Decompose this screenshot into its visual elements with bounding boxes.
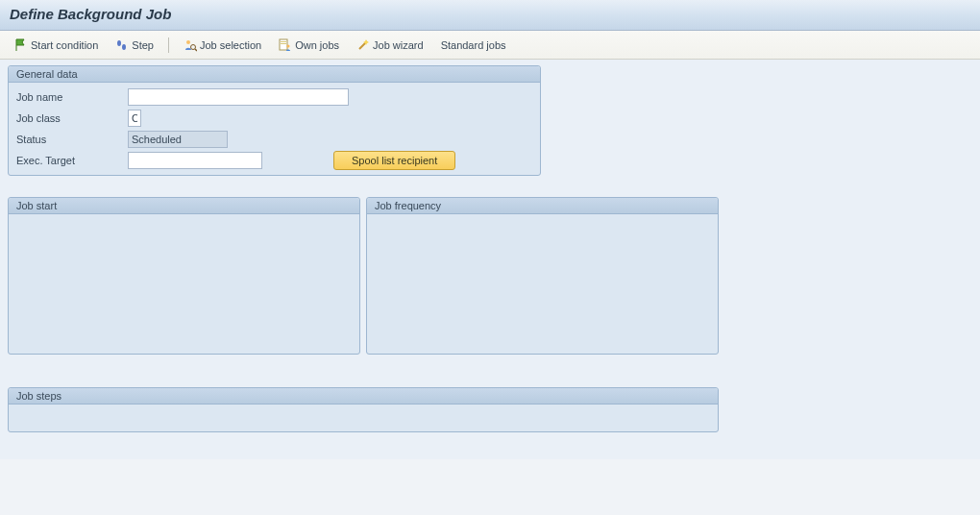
- job-selection-button[interactable]: Job selection: [177, 35, 268, 56]
- standard-jobs-button[interactable]: Standard jobs: [434, 35, 513, 56]
- person-search-icon: [184, 38, 197, 52]
- general-data-group: General data Job name Job class Status S…: [8, 65, 541, 176]
- page-title: Define Background Job: [10, 6, 970, 22]
- status-value: Scheduled: [128, 131, 228, 148]
- job-selection-label: Job selection: [200, 39, 261, 51]
- separator: [168, 37, 169, 53]
- own-jobs-label: Own jobs: [295, 39, 339, 51]
- step-button[interactable]: Step: [109, 35, 160, 56]
- job-start-title: Job start: [9, 198, 359, 214]
- job-name-input[interactable]: [128, 88, 349, 106]
- svg-point-1: [122, 44, 126, 50]
- svg-line-4: [195, 49, 197, 51]
- footprints-icon: [115, 38, 129, 52]
- step-label: Step: [132, 39, 154, 51]
- job-steps-title: Job steps: [9, 388, 718, 405]
- start-condition-label: Start condition: [31, 39, 98, 51]
- job-wizard-label: Job wizard: [373, 39, 424, 51]
- exec-target-label: Exec. Target: [14, 155, 128, 166]
- start-condition-button[interactable]: Start condition: [8, 35, 105, 56]
- job-start-group: Job start: [8, 197, 360, 355]
- svg-rect-5: [280, 39, 287, 50]
- svg-point-2: [186, 40, 190, 44]
- job-class-label: Job class: [14, 112, 128, 124]
- job-frequency-group: Job frequency: [366, 197, 719, 355]
- own-jobs-button[interactable]: Own jobs: [272, 35, 346, 56]
- toolbar: Start condition Step Job selection Own j…: [0, 31, 980, 60]
- document-person-icon: [279, 38, 292, 52]
- status-label: Status: [14, 134, 128, 145]
- exec-target-input[interactable]: [128, 152, 262, 169]
- svg-point-3: [190, 44, 195, 49]
- standard-jobs-label: Standard jobs: [441, 39, 506, 51]
- job-class-input[interactable]: [128, 110, 141, 127]
- flag-icon: [14, 38, 28, 52]
- svg-rect-6: [281, 41, 286, 42]
- svg-rect-7: [281, 43, 286, 44]
- content-area: General data Job name Job class Status S…: [0, 60, 980, 459]
- job-wizard-button[interactable]: Job wizard: [350, 35, 430, 56]
- svg-point-0: [117, 40, 121, 46]
- spool-list-recipient-button[interactable]: Spool list recipient: [333, 151, 455, 170]
- svg-point-8: [287, 44, 290, 47]
- job-steps-group: Job steps: [8, 387, 719, 432]
- general-data-title: General data: [9, 66, 540, 83]
- job-name-label: Job name: [14, 91, 128, 103]
- wand-icon: [356, 38, 370, 52]
- job-frequency-title: Job frequency: [367, 198, 718, 214]
- title-bar: Define Background Job: [0, 0, 980, 31]
